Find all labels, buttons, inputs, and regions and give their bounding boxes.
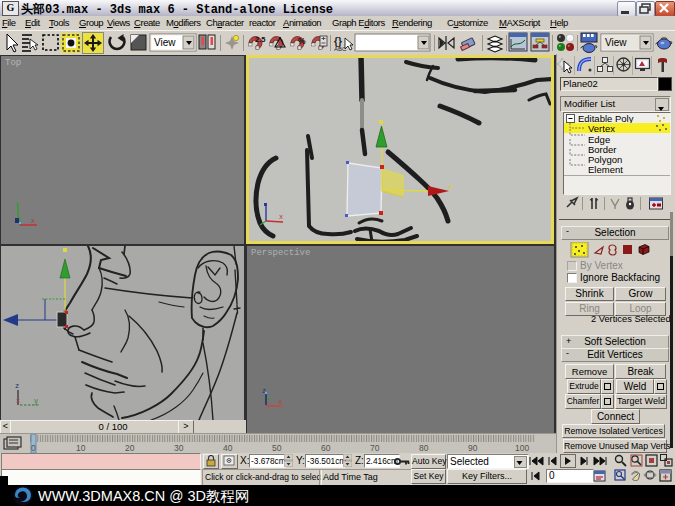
svg-text:70: 70 xyxy=(370,443,380,453)
svg-text:100: 100 xyxy=(515,443,529,453)
svg-text:20: 20 xyxy=(125,443,135,453)
svg-text:x: x xyxy=(16,397,20,405)
svg-text:x: x xyxy=(448,182,452,191)
svg-text:80: 80 xyxy=(419,443,429,453)
svg-text:View: View xyxy=(154,37,176,48)
svg-text:z: z xyxy=(15,382,19,390)
svg-text:2.5: 2.5 xyxy=(255,35,265,44)
svg-text:%: % xyxy=(298,36,306,46)
svg-text:0: 0 xyxy=(31,443,36,453)
svg-text:40: 40 xyxy=(223,443,233,453)
svg-text:View: View xyxy=(605,37,627,48)
svg-text:10: 10 xyxy=(76,443,86,453)
svg-text:50: 50 xyxy=(272,443,282,453)
svg-text:x: x xyxy=(278,398,282,406)
svg-text:x: x xyxy=(279,213,283,221)
svg-text:60: 60 xyxy=(321,443,331,453)
svg-text:90: 90 xyxy=(468,443,478,453)
svg-text:y: y xyxy=(34,397,38,405)
svg-text:30: 30 xyxy=(174,443,184,453)
svg-text:x: x xyxy=(31,217,35,225)
